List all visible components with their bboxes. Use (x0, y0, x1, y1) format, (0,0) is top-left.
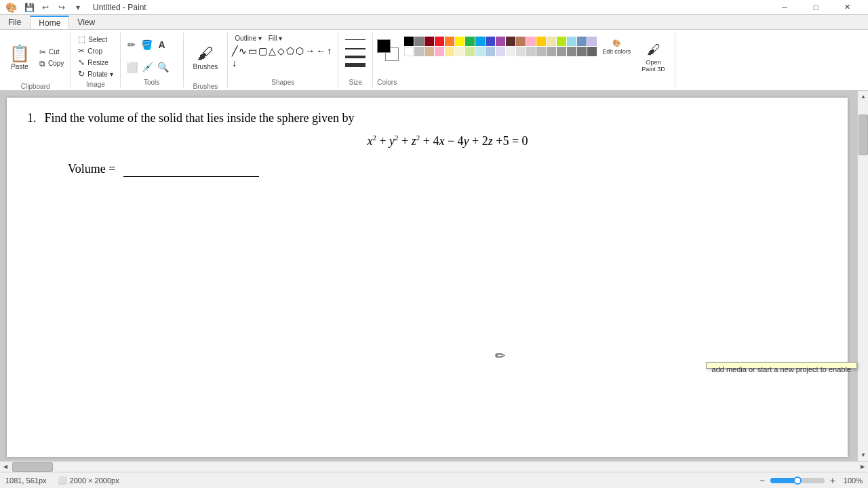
scroll-thumb-h[interactable] (12, 462, 53, 472)
shape-up-arrow[interactable]: ↑ (327, 45, 332, 56)
qa-save[interactable]: 💾 (22, 1, 36, 14)
size-1[interactable] (345, 39, 366, 40)
copy-button[interactable]: ⧉ Copy (37, 58, 66, 69)
color-white[interactable] (404, 47, 414, 56)
scroll-up-button[interactable]: ▲ (858, 91, 868, 102)
eraser-tool[interactable]: ⬜ (125, 61, 139, 73)
magnifier-tool[interactable]: 🔍 (156, 61, 170, 73)
color-red[interactable] (435, 37, 444, 46)
resize-button[interactable]: ⤡ Resize (75, 57, 115, 68)
fill-shape-button[interactable]: Fill ▾ (266, 34, 285, 43)
color-light4[interactable] (445, 47, 454, 56)
resize-icon: ⤡ (78, 58, 85, 67)
qa-dropdown[interactable]: ▾ (71, 1, 85, 14)
paste-button[interactable]: 📋 Paste (4, 34, 35, 81)
zoom-bar[interactable] (770, 478, 825, 483)
outline-button[interactable]: Outline ▾ (232, 34, 264, 43)
open-paint3d-button[interactable]: 🖌 OpenPaint 3D (636, 37, 671, 77)
color-light3[interactable] (435, 47, 444, 56)
zoom-in-button[interactable]: + (827, 475, 838, 486)
color-light2[interactable] (425, 47, 434, 56)
qa-undo[interactable]: ↩ (39, 1, 52, 14)
horizontal-scrollbar[interactable]: ◀ ▶ (0, 461, 868, 472)
color-pink1[interactable] (526, 37, 536, 46)
shape-triangle[interactable]: △ (269, 45, 276, 56)
eyedropper-icon: 💉 (142, 62, 153, 72)
qa-redo[interactable]: ↪ (55, 1, 68, 14)
canvas-scroll[interactable]: 1. Find the volume of the solid that lie… (0, 91, 868, 461)
scroll-right-button[interactable]: ▶ (857, 462, 868, 472)
color-l10[interactable] (506, 47, 515, 56)
color-green[interactable] (465, 37, 475, 46)
color-black[interactable] (404, 37, 414, 46)
minimize-button[interactable]: ─ (769, 0, 800, 15)
color-darkred[interactable] (425, 37, 434, 46)
color-tan[interactable] (547, 37, 556, 46)
text-tool[interactable]: A (155, 39, 169, 51)
shape-rect[interactable]: ▭ (248, 45, 257, 56)
shape-round-rect[interactable]: ▢ (258, 45, 267, 56)
shape-pentagon[interactable]: ⬠ (286, 45, 294, 56)
color-indigo[interactable] (486, 37, 495, 46)
color-light5[interactable] (455, 47, 465, 56)
color-light1[interactable] (414, 47, 424, 56)
color-gray[interactable] (414, 37, 424, 46)
color-light6[interactable] (465, 47, 475, 56)
scroll-left-button[interactable]: ◀ (0, 462, 11, 472)
cut-button[interactable]: ✂ Cut (37, 47, 66, 58)
color-lime[interactable] (557, 37, 566, 46)
color-l14[interactable] (547, 47, 556, 56)
fill-tool[interactable]: 🪣 (140, 39, 154, 51)
crop-button[interactable]: ✂ Crop (75, 45, 115, 56)
scroll-down-button[interactable]: ▼ (858, 449, 868, 461)
color-purple[interactable] (496, 37, 505, 46)
color-light9[interactable] (496, 47, 505, 56)
color-l13[interactable] (536, 47, 546, 56)
color-steel[interactable] (577, 37, 587, 46)
tab-view[interactable]: View (69, 15, 104, 29)
color-l15[interactable] (557, 47, 566, 56)
color-l16[interactable] (567, 47, 576, 56)
color-orange[interactable] (445, 37, 454, 46)
select-button[interactable]: ⬚ Select (75, 34, 115, 45)
color-l11[interactable] (516, 47, 526, 56)
color-sky[interactable] (567, 37, 576, 46)
tab-home[interactable]: Home (30, 16, 69, 29)
shape-down-arrow[interactable]: ↓ (232, 58, 237, 68)
color-light8[interactable] (486, 47, 495, 56)
vertical-scrollbar[interactable]: ▲ ▼ (857, 91, 868, 461)
edit-colors-button[interactable]: 🎨 Edit colors (599, 37, 633, 57)
zoom-out-button[interactable]: − (757, 475, 768, 486)
tab-file[interactable]: File (0, 15, 30, 29)
color-brown[interactable] (516, 37, 526, 46)
color-light7[interactable] (475, 47, 485, 56)
color-l17[interactable] (577, 47, 587, 56)
color-blue[interactable] (475, 37, 485, 46)
close-button[interactable]: ✕ (831, 0, 863, 15)
color-lavender[interactable] (587, 37, 597, 46)
color1-swatch[interactable] (377, 39, 391, 53)
maximize-button[interactable]: □ (800, 0, 831, 15)
color-l12[interactable] (526, 47, 536, 56)
scroll-thumb-v[interactable] (859, 115, 868, 155)
color-l18[interactable] (587, 47, 597, 56)
rotate-button[interactable]: ↻ Rotate ▾ (75, 68, 115, 79)
shape-diamond[interactable]: ◇ (277, 45, 285, 56)
shape-curve[interactable]: ∿ (239, 45, 247, 56)
color-gold[interactable] (536, 37, 546, 46)
size-3[interactable] (345, 56, 366, 58)
pencil-tool[interactable]: ✏ (125, 39, 138, 51)
brushes-button[interactable]: 🖌 Brushes (188, 34, 224, 81)
color-yellow[interactable] (455, 37, 465, 46)
canvas[interactable]: 1. Find the volume of the solid that lie… (7, 98, 848, 457)
color-dark-brown[interactable] (506, 37, 515, 46)
shape-hexagon[interactable]: ⬡ (296, 45, 304, 56)
answer-blank (123, 162, 259, 177)
zoom-thumb[interactable] (793, 476, 802, 485)
shape-right-arrow[interactable]: → (305, 45, 315, 56)
size-4[interactable] (345, 63, 366, 67)
shape-line[interactable]: ╱ (232, 45, 237, 56)
shape-left-arrow[interactable]: ← (316, 45, 326, 56)
size-2[interactable] (345, 48, 366, 49)
eyedropper-tool[interactable]: 💉 (140, 61, 155, 73)
